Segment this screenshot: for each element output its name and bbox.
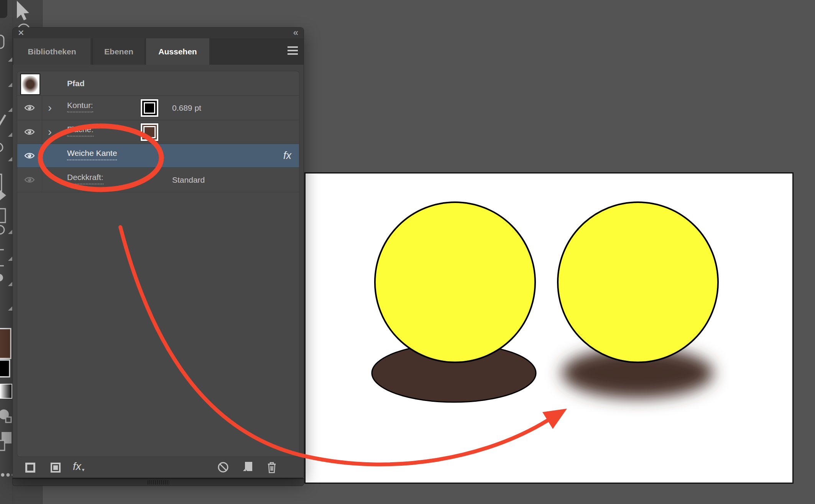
row-weiche-kante[interactable]: Weiche Kante fx: [17, 144, 299, 168]
fill-label[interactable]: Fläche:: [67, 125, 94, 136]
stroke-color-well[interactable]: [0, 360, 10, 377]
panel-resize-bar[interactable]: [13, 478, 304, 486]
clear-appearance-icon[interactable]: [217, 461, 230, 474]
add-effect-label: fx: [73, 460, 81, 472]
new-stroke-icon[interactable]: [25, 463, 35, 473]
partial-tool-dot[interactable]: [0, 274, 3, 281]
opacity-label[interactable]: Deckkraft:: [67, 173, 104, 184]
tool-fragments: [0, 0, 13, 504]
visibility-toggle[interactable]: [17, 120, 42, 144]
fill-swatch[interactable]: [141, 123, 158, 141]
resize-grip[interactable]: [148, 480, 169, 484]
selection-tool-icon[interactable]: [17, 1, 29, 20]
collapse-panel-icon[interactable]: «: [293, 28, 297, 38]
partial-tool-triangle[interactable]: [0, 188, 6, 202]
caret-down-icon: ▾: [82, 467, 85, 473]
illustrator-workspace: ✕ « Bibliotheken Ebenen Aussehen Pfad: [0, 0, 815, 504]
eye-icon: [24, 176, 35, 183]
visibility-toggle[interactable]: [17, 168, 42, 192]
tool-strip: [0, 0, 13, 504]
shape-mode-square: [6, 417, 11, 422]
panel-footer: fx▾: [13, 460, 304, 478]
feather-effect-label[interactable]: Weiche Kante: [67, 149, 117, 160]
partial-tool-icons[interactable]: [0, 35, 5, 266]
opacity-value[interactable]: Standard: [172, 175, 205, 185]
row-deckkraft[interactable]: Deckkraft: Standard: [17, 168, 299, 192]
tool-flyout-triangles: [8, 57, 12, 311]
expand-chevron-icon[interactable]: ›: [48, 101, 52, 114]
tab-ebenen[interactable]: Ebenen: [93, 38, 145, 65]
tab-aussehen[interactable]: Aussehen: [146, 38, 209, 65]
draw-mode-outline: [0, 440, 5, 450]
tab-bibliotheken[interactable]: Bibliotheken: [13, 38, 90, 65]
row-kontur[interactable]: › Kontur: 0.689 pt: [17, 96, 299, 120]
stroke-label[interactable]: Kontur:: [67, 101, 93, 112]
gradient-swatch[interactable]: [0, 384, 12, 398]
fx-icon[interactable]: fx: [283, 149, 291, 161]
path-thumbnail: [20, 74, 40, 95]
row-flaeche[interactable]: › Fläche:: [17, 120, 299, 144]
eye-icon: [24, 104, 35, 111]
eye-icon: [24, 128, 35, 136]
toolbar-ellipsis-icon[interactable]: [1, 473, 13, 477]
delete-item-icon[interactable]: [266, 461, 278, 474]
panel-menu-icon[interactable]: [288, 46, 298, 57]
visibility-toggle[interactable]: [17, 96, 42, 120]
artboard[interactable]: [304, 172, 794, 484]
new-fill-icon[interactable]: [51, 463, 61, 473]
visibility-toggle[interactable]: [17, 144, 42, 167]
eye-icon: [24, 152, 35, 159]
appearance-list: Pfad › Kontur: 0.689 pt: [17, 71, 299, 457]
panel-tabbar: Bibliotheken Ebenen Aussehen: [13, 38, 304, 65]
close-icon[interactable]: ✕: [18, 28, 25, 38]
add-effect-button[interactable]: fx▾: [73, 460, 84, 473]
stroke-weight-value[interactable]: 0.689 pt: [172, 103, 201, 113]
row-pfad[interactable]: Pfad: [17, 71, 299, 96]
appearance-panel: ✕ « Bibliotheken Ebenen Aussehen Pfad: [13, 28, 304, 478]
panel-titlebar[interactable]: ✕ «: [13, 28, 304, 38]
duplicate-item-icon[interactable]: [242, 461, 253, 473]
path-label: Pfad: [67, 79, 85, 88]
expand-chevron-icon[interactable]: ›: [48, 125, 52, 138]
fill-color-well[interactable]: [0, 329, 11, 358]
stroke-swatch[interactable]: [141, 99, 158, 117]
